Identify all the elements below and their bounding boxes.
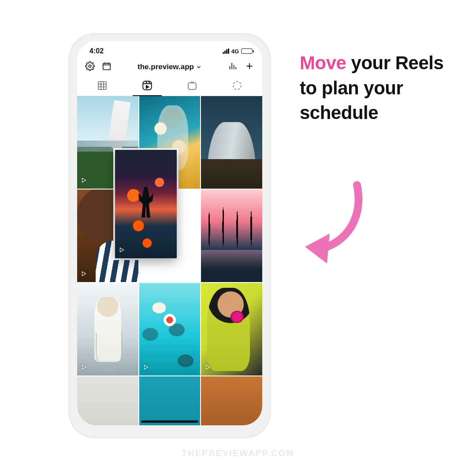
- app-bar: the.preview.app: [77, 57, 262, 76]
- play-icon: [81, 271, 87, 279]
- svg-point-0: [89, 65, 91, 67]
- story-ring-icon: [232, 80, 242, 91]
- phone-frame: 4:02 4G the.preview.a: [68, 33, 271, 439]
- account-name: the.preview.app: [138, 63, 194, 71]
- play-icon: [143, 364, 149, 372]
- marketing-caption: Move your Reels to plan your schedule: [300, 51, 445, 126]
- phone-screen: 4:02 4G the.preview.a: [77, 41, 262, 425]
- content-tabs: [77, 76, 262, 96]
- grid-tile[interactable]: [139, 376, 201, 425]
- tab-grid[interactable]: [80, 80, 125, 95]
- play-icon: [205, 271, 211, 279]
- grid-tile[interactable]: [201, 283, 262, 376]
- status-bar: 4:02 4G: [77, 41, 262, 57]
- network-label: 4G: [231, 48, 239, 55]
- play-icon: [119, 247, 125, 255]
- add-icon[interactable]: [245, 61, 254, 73]
- grid-tile[interactable]: [77, 376, 138, 425]
- tab-reels[interactable]: [125, 80, 170, 96]
- svg-point-5: [233, 82, 241, 89]
- reels-icon: [141, 80, 153, 91]
- grid-tile[interactable]: [201, 376, 262, 425]
- battery-icon: [241, 48, 253, 54]
- play-icon: [205, 177, 211, 185]
- reels-grid: [77, 96, 262, 425]
- grid-tile[interactable]: [201, 190, 262, 282]
- grid-tile[interactable]: [201, 96, 262, 189]
- svg-rect-1: [103, 63, 111, 70]
- svg-rect-3: [143, 81, 152, 90]
- grid-tile[interactable]: [139, 283, 201, 376]
- settings-icon[interactable]: [85, 61, 95, 73]
- svg-rect-2: [98, 82, 106, 89]
- status-time: 4:02: [89, 47, 104, 55]
- grid-tile[interactable]: [77, 283, 138, 376]
- igtv-icon: [187, 80, 197, 91]
- signal-icon: [223, 48, 229, 54]
- tab-igtv[interactable]: [170, 80, 215, 95]
- home-indicator: [141, 420, 198, 423]
- svg-rect-4: [188, 83, 196, 89]
- tab-story[interactable]: [215, 80, 260, 95]
- calendar-icon[interactable]: [102, 61, 112, 73]
- watermark: THEPREVIEWAPP.COM: [0, 448, 476, 458]
- play-icon: [81, 364, 87, 372]
- dragging-tile[interactable]: [115, 150, 177, 258]
- pointer-arrow-icon: [300, 176, 379, 266]
- play-icon: [205, 364, 211, 372]
- analytics-icon[interactable]: [228, 61, 238, 73]
- play-icon: [81, 177, 87, 185]
- grid-icon: [97, 80, 108, 91]
- chevron-down-icon: [196, 64, 202, 70]
- status-indicators: 4G: [223, 48, 253, 55]
- account-switcher[interactable]: the.preview.app: [138, 63, 202, 71]
- caption-accent: Move: [300, 52, 346, 73]
